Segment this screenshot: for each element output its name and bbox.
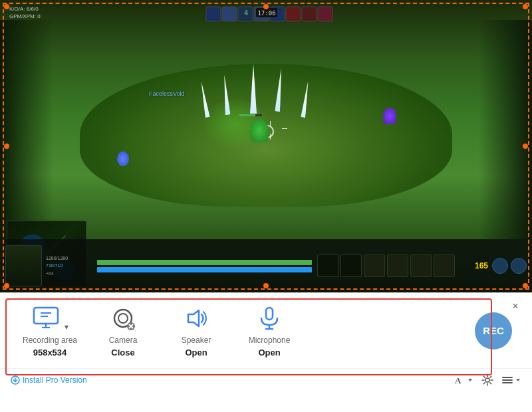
camera-value: Close xyxy=(111,348,134,358)
control-panel: × ▾ Recor xyxy=(0,292,532,412)
camera-icon xyxy=(108,304,138,333)
svg-marker-29 xyxy=(468,379,472,381)
speaker-icon xyxy=(182,304,211,333)
recording-area-control[interactable]: ▾ Recording area 958x534 xyxy=(13,304,86,358)
text-format-button[interactable]: A xyxy=(454,374,473,386)
microphone-label: Microphone xyxy=(249,336,291,345)
camera-control[interactable]: Camera Close xyxy=(86,304,160,358)
speaker-control[interactable]: Speaker Open xyxy=(160,304,233,358)
rec-button[interactable]: REC xyxy=(475,312,512,350)
game-screen: K/O/A: 6/6/0 GPM/XPM: 0 17:06 4 4 xyxy=(0,0,532,292)
camera-label: Camera xyxy=(109,336,138,345)
svg-rect-11 xyxy=(318,7,332,21)
svg-rect-0 xyxy=(206,7,221,21)
controls-row: ▾ Recording area 958x534 xyxy=(0,293,532,368)
svg-marker-34 xyxy=(516,379,520,381)
chevron-down-icon[interactable]: ▾ xyxy=(65,322,68,332)
close-button[interactable]: × xyxy=(509,300,522,313)
bottom-bar: Install Pro Version A xyxy=(0,368,532,391)
svg-point-30 xyxy=(485,378,489,382)
microphone-value: Open xyxy=(258,348,280,358)
settings-button[interactable] xyxy=(481,374,493,386)
install-pro-label: Install Pro Version xyxy=(23,375,87,385)
bottom-icons: A xyxy=(454,374,521,386)
download-icon xyxy=(11,375,20,385)
recording-area-value: 958x534 xyxy=(33,348,67,358)
install-pro-link[interactable]: Install Pro Version xyxy=(11,375,87,385)
speaker-value: Open xyxy=(185,348,207,358)
svg-rect-1 xyxy=(222,7,237,21)
svg-text:17:06: 17:06 xyxy=(257,10,275,17)
microphone-icon xyxy=(255,304,284,333)
recording-area-label: Recording area xyxy=(23,336,77,345)
speaker-label: Speaker xyxy=(182,336,211,345)
svg-text:4: 4 xyxy=(244,9,248,17)
monitor-icon xyxy=(31,304,61,333)
svg-rect-9 xyxy=(286,7,301,21)
microphone-control[interactable]: Microphone Open xyxy=(233,304,306,358)
svg-rect-23 xyxy=(266,308,273,320)
game-bottom-hud: 1280/1280 710/710 +64 165 xyxy=(0,239,532,292)
svg-point-18 xyxy=(118,314,128,323)
menu-button[interactable] xyxy=(501,374,521,386)
svg-rect-10 xyxy=(302,7,317,21)
svg-text:A: A xyxy=(455,375,462,385)
game-hud-top: 17:06 4 4 xyxy=(0,5,532,24)
